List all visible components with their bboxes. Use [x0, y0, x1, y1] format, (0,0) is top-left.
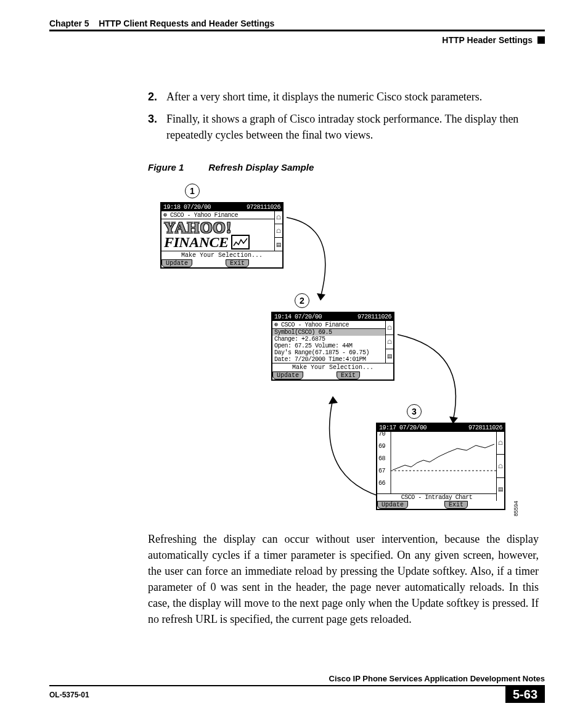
screen1-ext: 9728111026 [247, 204, 280, 211]
exit-softkey[interactable]: Exit [226, 259, 249, 267]
screen1-time: 19:18 07/20/00 [163, 204, 211, 211]
chapter-label: Chapter 5 HTTP Client Requests and Heade… [49, 18, 274, 28]
screen2-status: Make Your Selection... [272, 363, 393, 371]
figure-art-id: 85594 [513, 501, 519, 516]
scroll-icon: ▤ [386, 349, 393, 363]
intraday-chart: 70 69 68 67 66 [377, 432, 496, 494]
screen2-time: 19:14 07/20/00 [274, 314, 322, 320]
body-paragraph: Refreshing the display can occur without… [148, 531, 539, 628]
header-rule [49, 30, 545, 31]
update-softkey[interactable]: Update [272, 371, 303, 379]
page-number: 5-63 [505, 686, 545, 703]
list-number: 2. [148, 89, 166, 105]
update-softkey[interactable]: Update [161, 259, 192, 267]
scroll-icon: ▤ [275, 238, 282, 251]
phone-screen-1: 19:18 07/20/00 9728111026 ⊛ CSCO - Yahoo… [160, 202, 284, 269]
exit-softkey[interactable]: Exit [444, 501, 468, 509]
page-footer: Cisco IP Phone Services Application Deve… [49, 674, 545, 703]
globe-icon: ⊛ [163, 212, 170, 219]
phone-icon: ☖ [386, 335, 393, 349]
figure: 1 19:18 07/20/00 9728111026 ⊛ CSCO - Yah… [160, 184, 545, 522]
screen1-status: Make Your Selection... [161, 251, 282, 259]
callout-1: 1 [185, 184, 200, 198]
callout-3: 3 [407, 404, 422, 419]
svg-marker-0 [317, 293, 325, 301]
data-row: Change: +2.6875 [272, 336, 385, 343]
svg-marker-2 [329, 396, 338, 404]
list-text: Finally, it shows a graph of Cisco intra… [166, 111, 539, 143]
screen2-ext: 9728111026 [357, 314, 391, 320]
screen3-ext: 9728111026 [468, 424, 502, 431]
arrow-1-to-2 [284, 214, 351, 307]
screen3-time: 19:17 07/20/00 [379, 424, 427, 431]
chart-icon [231, 235, 250, 249]
data-row: Day's Range(67.1875 - 69.75) [272, 349, 385, 356]
screen3-caption: CSCO - Intraday Chart [377, 494, 496, 501]
exit-softkey[interactable]: Exit [337, 371, 360, 379]
phone-screen-2: 19:14 07/20/00 9728111026 ⊛ CSCO - Yahoo… [271, 312, 394, 381]
yahoo-finance-logo: YAHOO! FINANCE [161, 219, 274, 251]
globe-icon: ⊛ [274, 322, 281, 328]
list-item: 3. Finally, it shows a graph of Cisco in… [148, 111, 539, 143]
list-text: After a very short time, it displays the… [166, 89, 539, 105]
data-row: Symbol(CSCO) 69.5 [272, 329, 385, 336]
list-number: 3. [148, 111, 166, 143]
screen2-subject: CSCO - Yahoo Finance [281, 322, 349, 328]
phone-icon: ☖ [497, 455, 504, 478]
phone-icon: ☖ [386, 321, 393, 335]
callout-2: 2 [295, 293, 309, 308]
phone-icon: ☖ [275, 211, 282, 225]
data-row: Date: 7/20/2000 Time:4:01PM [272, 356, 385, 363]
document-number: OL-5375-01 [49, 691, 89, 699]
book-title: Cisco IP Phone Services Application Deve… [49, 674, 545, 683]
phone-screen-3: 19:17 07/20/00 9728111026 70 69 68 67 66 [376, 423, 505, 510]
update-softkey[interactable]: Update [377, 501, 408, 509]
scroll-icons: ☖☖▤ [274, 211, 282, 251]
list-item: 2. After a very short time, it displays … [148, 89, 539, 105]
scroll-icons: ☖☖▤ [385, 321, 393, 363]
data-row: Open: 67.25 Volume: 44M [272, 343, 385, 349]
phone-icon: ☖ [497, 432, 504, 455]
scroll-icons: ☖☖▤ [496, 432, 504, 501]
figure-caption: Figure 1Refresh Display Sample [148, 162, 545, 172]
section-heading: HTTP Header Settings [49, 35, 545, 46]
phone-icon: ☖ [275, 224, 282, 238]
screen1-subject: CSCO - Yahoo Finance [170, 212, 238, 219]
scroll-icon: ▤ [497, 478, 504, 501]
